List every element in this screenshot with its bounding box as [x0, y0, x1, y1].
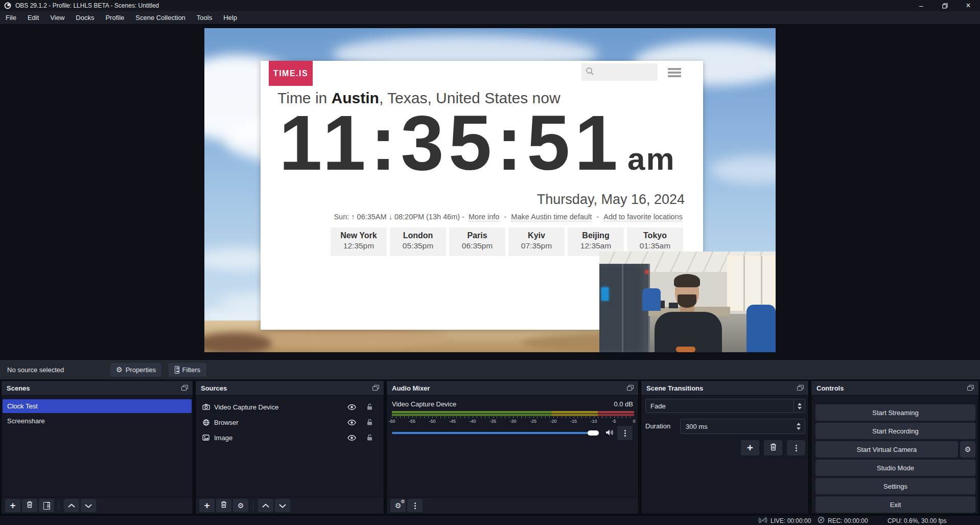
- transition-properties-button[interactable]: [787, 440, 805, 455]
- sources-toolbar: + ⚙: [196, 497, 384, 514]
- chevron-down-icon: [279, 501, 286, 510]
- double-gear-icon: ⚙⚙: [395, 501, 402, 510]
- settings-button[interactable]: Settings: [815, 478, 975, 494]
- popout-icon[interactable]: [181, 385, 188, 391]
- mixer-channel-name: Video Capture Device: [392, 400, 456, 408]
- gear-icon: ⚙: [965, 446, 971, 453]
- timeis-search-box: [581, 63, 658, 81]
- volume-slider: [392, 426, 634, 440]
- mixer-options-button[interactable]: [617, 426, 633, 440]
- cloud: [710, 156, 776, 184]
- close-button[interactable]: ×: [956, 0, 980, 11]
- mixer-menu-button[interactable]: [407, 499, 423, 512]
- clock-time: 11:35:51: [279, 99, 622, 186]
- webcam-window: [727, 256, 776, 311]
- menu-help[interactable]: Help: [218, 11, 243, 24]
- restore-button[interactable]: [933, 0, 956, 11]
- source-status-text: No source selected: [7, 366, 64, 374]
- lock-icon[interactable]: [367, 419, 372, 427]
- popout-icon[interactable]: [797, 385, 804, 391]
- lock-icon[interactable]: [367, 434, 372, 442]
- move-scene-up-button[interactable]: [64, 499, 79, 512]
- menu-docks[interactable]: Docks: [70, 11, 100, 24]
- menu-profile[interactable]: Profile: [100, 11, 130, 24]
- window-title: OBS 29.1.2 - Profile: LLHLS BETA - Scene…: [15, 2, 159, 9]
- start-virtual-camera-button[interactable]: Start Virtual Camera: [815, 441, 958, 458]
- duration-spinbox[interactable]: 300 ms: [680, 419, 805, 434]
- spin-up-icon[interactable]: [797, 423, 801, 425]
- timeis-clock: 11:35:51am: [279, 104, 675, 181]
- volume-meter: [392, 411, 634, 418]
- popout-icon[interactable]: [372, 385, 379, 391]
- more-info-link: More info: [469, 213, 499, 221]
- menu-bar: File Edit View Docks Profile Scene Colle…: [0, 11, 980, 25]
- minimize-button[interactable]: –: [909, 0, 933, 11]
- scene-item-clock-test[interactable]: Clock Test: [3, 399, 192, 413]
- studio-mode-button[interactable]: Studio Mode: [815, 460, 975, 476]
- popout-icon[interactable]: [967, 385, 974, 391]
- sources-panel: Sources Video Capture Device Browser Ima…: [195, 380, 384, 514]
- source-properties-button[interactable]: ⚙: [233, 499, 248, 512]
- preview-canvas[interactable]: TIME.IS Time in Austin, Texas, United St…: [204, 28, 776, 352]
- mixer-toolbar: ⚙⚙: [387, 497, 638, 514]
- popout-icon[interactable]: [627, 385, 634, 391]
- scene-transitions-header: Scene Transitions: [641, 381, 808, 396]
- sources-header: Sources: [196, 381, 384, 396]
- lock-icon[interactable]: [367, 403, 372, 412]
- duration-label: Duration: [645, 422, 670, 430]
- menu-file[interactable]: File: [0, 11, 22, 24]
- audio-mixer-panel: Audio Mixer Video Capture Device 0.0 dB …: [386, 380, 639, 514]
- timeis-date: Thursday, May 16, 2024: [261, 192, 685, 208]
- timeis-sun-info: Sun: ↑ 06:35AM ↓ 08:20PM (13h 46m) - Mor…: [261, 213, 685, 221]
- move-source-down-button[interactable]: [275, 499, 290, 512]
- add-scene-button[interactable]: +: [5, 499, 20, 512]
- controls-header: Controls: [811, 381, 978, 396]
- start-recording-button[interactable]: Start Recording: [815, 423, 975, 439]
- speaker-icon[interactable]: [605, 429, 614, 438]
- volume-slider-track[interactable]: [392, 432, 596, 434]
- menu-view[interactable]: View: [44, 11, 70, 24]
- controls-panel: Controls Start Streaming Start Recording…: [811, 380, 979, 514]
- visibility-eye-icon[interactable]: [347, 419, 356, 427]
- kebab-icon: [796, 445, 797, 446]
- scene-filters-button[interactable]: [39, 499, 54, 512]
- menu-edit[interactable]: Edit: [22, 11, 44, 24]
- trash-icon: [27, 501, 33, 510]
- remove-scene-button[interactable]: [22, 499, 37, 512]
- kebab-icon: [624, 430, 626, 431]
- remove-source-button[interactable]: [216, 499, 231, 512]
- move-source-up-button[interactable]: [258, 499, 273, 512]
- transition-select[interactable]: Fade: [645, 399, 805, 413]
- menu-scene-collection[interactable]: Scene Collection: [130, 11, 191, 24]
- webcam-blue-chair: [642, 288, 661, 311]
- remove-transition-button[interactable]: [764, 440, 782, 455]
- trash-icon: [221, 501, 227, 510]
- advanced-audio-button[interactable]: ⚙⚙: [390, 499, 406, 512]
- source-row-browser[interactable]: Browser: [197, 415, 383, 429]
- properties-button[interactable]: ⚙ Properties: [110, 363, 161, 377]
- scene-item-screenshare[interactable]: Screenshare: [3, 414, 192, 428]
- city-tile: Kyiv07:35pm: [508, 227, 565, 256]
- filters-button[interactable]: Filters: [169, 363, 206, 377]
- virtual-camera-config-button[interactable]: ⚙: [960, 441, 975, 458]
- select-arrows[interactable]: [794, 399, 805, 413]
- webcam-source[interactable]: [599, 252, 776, 352]
- visibility-eye-icon[interactable]: [347, 404, 356, 412]
- add-favorite-link: Add to favorite locations: [603, 213, 683, 221]
- source-row-video-capture[interactable]: Video Capture Device: [197, 400, 383, 414]
- move-scene-down-button[interactable]: [81, 499, 96, 512]
- visibility-eye-icon[interactable]: [347, 435, 356, 442]
- search-icon: [586, 67, 594, 78]
- exit-button[interactable]: Exit: [815, 496, 975, 513]
- source-row-image[interactable]: Image: [197, 430, 383, 445]
- filter-icon: [175, 366, 179, 374]
- menu-tools[interactable]: Tools: [191, 11, 218, 24]
- add-transition-button[interactable]: +: [741, 440, 759, 455]
- spin-down-icon[interactable]: [797, 427, 801, 430]
- volume-slider-handle[interactable]: [588, 430, 599, 436]
- make-default-link: Make Austin time default: [511, 213, 592, 221]
- status-bar: LIVE: 00:00:00 REC: 00:00:00 CPU: 0.6%, …: [0, 515, 980, 525]
- chevron-up-icon: [262, 501, 269, 510]
- start-streaming-button[interactable]: Start Streaming: [815, 404, 975, 421]
- add-source-button[interactable]: +: [199, 499, 215, 512]
